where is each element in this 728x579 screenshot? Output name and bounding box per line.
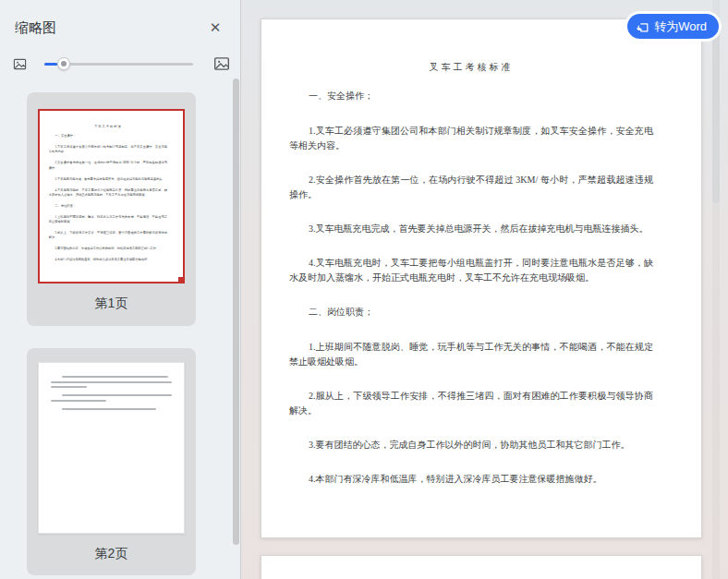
doc-line: 叉车工考核标准: [289, 60, 653, 75]
document-page-1-content: 叉车工考核标准一、安全操作；1.叉车工必须遵守集团公司和本部门相关制订规章制度，…: [261, 19, 701, 487]
thumbnail-text-line: [51, 386, 87, 388]
thumbnail-item-page-1[interactable]: 叉车工考核标准一、安全操作；1.叉车工必须遵守集团公司和本部门相关制订规章制度，…: [27, 92, 196, 326]
thumbnail-page-1-preview[interactable]: 叉车工考核标准一、安全操作；1.叉车工必须遵守集团公司和本部门相关制订规章制度，…: [38, 109, 185, 283]
thumbnail-panel: 缩略图 ✕: [0, 0, 241, 579]
thumbnail-text-line: [62, 376, 168, 378]
convert-to-word-label: 转为Word: [654, 18, 707, 35]
page-1-label: 第1页: [27, 296, 196, 312]
doc-block-para: 1.叉车工必须遵守集团公司和本部门相关制订规章制度，如叉车安全操作，安全充电等相…: [49, 145, 167, 154]
doc-line: 4.本部门有深冷库和低温库，特别进入深冷库员工要注意保暖措施做好。: [49, 258, 167, 262]
zoom-slider-track[interactable]: [44, 63, 193, 66]
doc-line: 一、安全操作；: [49, 133, 167, 138]
doc-line: 1.上班期间不随意脱岗、睡觉，玩手机等与工作无关的事情，不能喝酒，不能在规定: [289, 340, 653, 355]
doc-block-para: 3.叉车电瓶充电完成，首先要关掉总电源开关，然后在拔掉充电机与电瓶连接插头。: [289, 222, 653, 236]
thumbnail-page-2-content: [39, 363, 184, 410]
thumbnail-text-line: [51, 381, 172, 383]
app-window: 缩略图 ✕: [0, 0, 728, 579]
zoom-slider-handle[interactable]: [57, 57, 70, 70]
doc-block-heading: 二、岗位职责；: [289, 305, 653, 320]
doc-block-para: 4.叉车电瓶充电时，叉车工要把每小组电瓶盖打开，同时要注意电瓶水是否足够，缺水及…: [49, 187, 167, 197]
viewer-scrollbar-thumb[interactable]: [712, 20, 720, 203]
doc-block-para: 4.本部门有深冷库和低温库，特别进入深冷库员工要注意保暖措施做好。: [289, 472, 653, 487]
doc-line: 水及时加入蒸馏水，开始正式电瓶充电时，叉车工不允许在充电现场吸烟。: [49, 192, 167, 197]
convert-to-word-button[interactable]: 转为Word: [627, 14, 719, 39]
doc-block-heading: 一、安全操作；: [49, 133, 167, 138]
doc-line: 禁止吸烟处吸烟。: [49, 220, 167, 224]
doc-block-para: 3.要有团结的心态，完成自身工作以外的时间，协助其他员工和其它部门工作。: [49, 247, 167, 251]
doc-line: 一、安全操作；: [289, 89, 653, 103]
thumbnail-text-line-group: [51, 376, 172, 388]
doc-line: 2.服从上，下级领导工作安排，不得推三堵四，面对有困难的工作要积极与领导协商: [289, 389, 653, 404]
doc-block-heading: 二、岗位职责；: [49, 203, 167, 208]
doc-line: 3.叉车电瓶充电完成，首先要关掉总电源开关，然后在拔掉充电机与电瓶连接插头。: [289, 222, 653, 236]
doc-line: 解决。: [289, 404, 653, 418]
doc-line: 解决。: [49, 235, 167, 240]
doc-block-para: 2.服从上，下级领导工作安排，不得推三堵四，面对有困难的工作要积极与领导协商解决…: [289, 389, 653, 418]
doc-block-title: 叉车工考核标准: [49, 124, 167, 128]
doc-line: 等相关内容。: [289, 139, 653, 153]
doc-line: 3.要有团结的心态，完成自身工作以外的时间，协助其他员工和其它部门工作。: [49, 247, 167, 251]
close-icon[interactable]: ✕: [208, 20, 223, 35]
zoom-in-image-icon[interactable]: [213, 55, 230, 72]
doc-block-para: 1.叉车工必须遵守集团公司和本部门相关制订规章制度，如叉车安全操作，安全充电等相…: [289, 124, 653, 153]
page-2-label: 第2页: [27, 546, 196, 562]
doc-line: 等相关内容。: [49, 150, 167, 154]
panel-title: 缩略图: [15, 19, 56, 37]
doc-line: 2.服从上，下级领导工作安排，不得推三堵四，面对有困难的工作要积极与领导协商: [49, 231, 167, 235]
panel-scrollbar-thumb[interactable]: [233, 78, 239, 545]
doc-line: 4.叉车电瓶充电时，叉车工要把每小组电瓶盖打开，同时要注意电瓶水是否足够，缺: [289, 256, 653, 271]
doc-block-para: 3.要有团结的心态，完成自身工作以外的时间，协助其他员工和其它部门工作。: [289, 438, 653, 452]
thumbnail-text-line: [62, 408, 156, 410]
doc-block-title: 叉车工考核标准: [289, 60, 653, 75]
thumbnail-text-line-group: [51, 408, 172, 410]
doc-block-para: 4.本部门有深冷库和低温库，特别进入深冷库员工要注意保暖措施做好。: [49, 258, 167, 262]
doc-line: 4.本部门有深冷库和低温库，特别进入深冷库员工要注意保暖措施做好。: [289, 472, 653, 487]
doc-line: 2.安全操作首先放在第一位，在场内行驶不得超过 3KM/ 每小时，严禁超载超速违…: [49, 161, 167, 165]
doc-line: 水及时加入蒸馏水，开始正式电瓶充电时，叉车工不允许在充电现场吸烟。: [289, 271, 653, 285]
doc-line: 操作。: [49, 165, 167, 170]
doc-block-para: 2.服从上，下级领导工作安排，不得推三堵四，面对有困难的工作要积极与领导协商解决…: [49, 231, 167, 240]
thumbnail-text-line: [62, 394, 172, 396]
doc-block-para: 1.上班期间不随意脱岗、睡觉，玩手机等与工作无关的事情，不能喝酒，不能在规定禁止…: [49, 214, 167, 223]
thumbnail-page-2-preview[interactable]: [38, 362, 185, 534]
doc-block-para: 2.安全操作首先放在第一位，在场内行驶不得超过 3KM/ 每小时，严禁超载超速违…: [49, 161, 167, 170]
doc-block-para: 2.安全操作首先放在第一位，在场内行驶不得超过 3KM/ 每小时，严禁超载超速违…: [289, 173, 653, 202]
doc-block-heading: 一、安全操作；: [289, 89, 653, 103]
document-page-1: 叉车工考核标准一、安全操作；1.叉车工必须遵守集团公司和本部门相关制订规章制度，…: [261, 18, 702, 538]
viewer-scrollbar[interactable]: [712, 0, 720, 579]
document-viewer: 叉车工考核标准一、安全操作；1.叉车工必须遵守集团公司和本部门相关制订规章制度，…: [242, 0, 728, 579]
doc-line: 1.叉车工必须遵守集团公司和本部门相关制订规章制度，如叉车安全操作，安全充电: [289, 124, 653, 139]
doc-line: 禁止吸烟处吸烟。: [289, 355, 653, 369]
thumbnail-selection-handle[interactable]: [178, 277, 185, 283]
doc-line: 二、岗位职责；: [49, 203, 167, 208]
doc-block-para: 4.叉车电瓶充电时，叉车工要把每小组电瓶盖打开，同时要注意电瓶水是否足够，缺水及…: [289, 256, 653, 285]
doc-block-para: 3.叉车电瓶充电完成，首先要关掉总电源开关，然后在拔掉充电机与电瓶连接插头。: [49, 176, 167, 181]
thumbnail-page-1-clip: 叉车工考核标准一、安全操作；1.叉车工必须遵守集团公司和本部门相关制订规章制度，…: [40, 111, 183, 282]
doc-block-para: 1.上班期间不随意脱岗、睡觉，玩手机等与工作无关的事情，不能喝酒，不能在规定禁止…: [289, 340, 653, 369]
doc-line: 二、岗位职责；: [289, 305, 653, 320]
thumbnail-item-page-2[interactable]: 第2页: [27, 348, 196, 575]
convert-to-word-icon: [637, 20, 649, 33]
thumbnail-text-line: [51, 400, 106, 402]
zoom-out-image-icon[interactable]: [13, 57, 27, 71]
thumbnail-text-line-group: [51, 394, 172, 402]
doc-line: 3.叉车电瓶充电完成，首先要关掉总电源开关，然后在拔掉充电机与电瓶连接插头。: [49, 176, 167, 181]
zoom-slider-fill: [44, 63, 57, 66]
panel-scrollbar[interactable]: [233, 0, 240, 579]
document-page-2: [261, 555, 702, 579]
doc-line: 操作。: [289, 187, 653, 202]
thumbnail-page-1-content: 叉车工考核标准一、安全操作；1.叉车工必须遵守集团公司和本部门相关制订规章制度，…: [40, 111, 183, 262]
thumbnail-zoom-slider-row: [0, 55, 241, 74]
doc-line: 2.安全操作首先放在第一位，在场内行驶不得超过 3KM/ 每小时，严禁超载超速违…: [289, 173, 653, 187]
doc-line: 3.要有团结的心态，完成自身工作以外的时间，协助其他员工和其它部门工作。: [289, 438, 653, 452]
doc-line: 叉车工考核标准: [49, 124, 167, 128]
